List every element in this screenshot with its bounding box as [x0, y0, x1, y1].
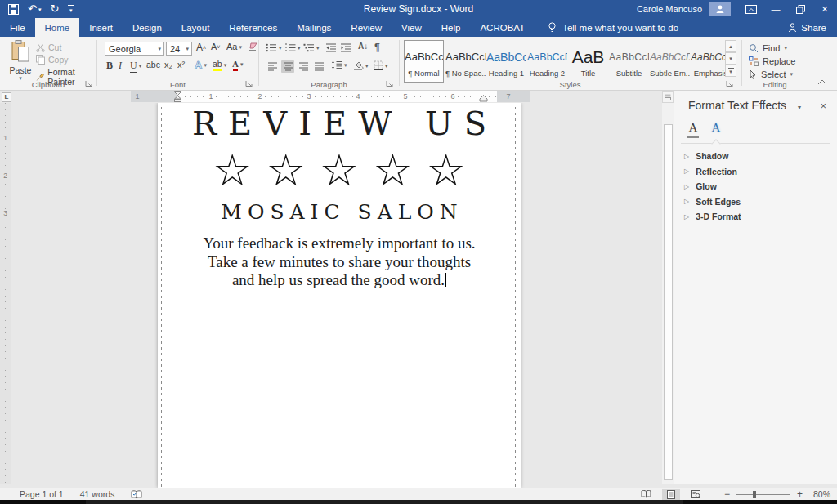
- tab-references[interactable]: References: [219, 18, 287, 37]
- underline-button[interactable]: U ▾: [130, 60, 141, 73]
- doc-paragraph[interactable]: Your feedback is extremely important to …: [158, 234, 521, 290]
- scrollbar-thumb[interactable]: [664, 124, 673, 480]
- shadow-section[interactable]: ▷ Shadow: [684, 151, 728, 161]
- text-fill-outline-tab[interactable]: A: [684, 120, 702, 138]
- align-right-button[interactable]: [297, 60, 310, 73]
- word-count[interactable]: 41 words: [80, 489, 115, 499]
- shading-button[interactable]: ▾: [353, 60, 369, 70]
- clipboard-dialog-launcher-icon[interactable]: [85, 80, 92, 87]
- increase-indent-button[interactable]: [340, 43, 351, 52]
- align-center-button[interactable]: [281, 60, 294, 73]
- zoom-percentage[interactable]: 80%: [809, 489, 830, 499]
- doc-star-rating[interactable]: ☆☆☆☆☆: [158, 147, 521, 194]
- superscript-button[interactable]: x²: [177, 60, 185, 69]
- doc-subheading[interactable]: MOSAIC SALON: [158, 200, 521, 225]
- document-canvas[interactable]: REVIEW US ☆☆☆☆☆ MOSAIC SALON Your feedba…: [11, 103, 662, 488]
- share-button[interactable]: Share: [788, 18, 826, 37]
- text-effects-button[interactable]: A ▾: [195, 59, 207, 71]
- shrink-font-button[interactable]: A˅: [211, 42, 220, 51]
- cut-button[interactable]: Cut: [36, 42, 61, 52]
- align-left-button[interactable]: [266, 60, 279, 73]
- user-avatar[interactable]: [709, 2, 731, 16]
- decrease-indent-button[interactable]: [325, 43, 337, 52]
- zoom-in-button[interactable]: +: [797, 488, 803, 500]
- tab-selector[interactable]: L: [2, 92, 11, 102]
- sort-button[interactable]: A↓: [358, 42, 368, 51]
- tab-mailings[interactable]: Mailings: [287, 18, 341, 37]
- text-effects-tab[interactable]: A: [707, 120, 725, 135]
- zoom-slider[interactable]: [736, 489, 790, 500]
- close-button[interactable]: ×: [812, 0, 837, 18]
- styles-more-button[interactable]: ▾: [725, 65, 736, 77]
- multilevel-list-button[interactable]: ▾: [303, 43, 320, 52]
- pane-close-icon[interactable]: ×: [820, 100, 826, 112]
- font-name-combobox[interactable]: Georgia ▾: [105, 42, 164, 56]
- ribbon-display-options-icon[interactable]: [739, 0, 763, 18]
- tab-insert[interactable]: Insert: [79, 18, 123, 37]
- style-title[interactable]: AaB Title: [568, 41, 608, 83]
- style-subtle-emphasis[interactable]: AaBbCcDc Subtle Em...: [650, 41, 690, 83]
- tab-home[interactable]: Home: [35, 18, 80, 37]
- find-button[interactable]: Find ▾: [749, 42, 787, 54]
- font-size-combobox[interactable]: 24 ▾: [166, 42, 192, 56]
- right-indent-marker[interactable]: [479, 95, 488, 102]
- horizontal-ruler[interactable]: 1 1 2 3 4 5 6 7: [131, 91, 530, 102]
- style-normal[interactable]: AaBbCcDc ¶ Normal: [404, 40, 444, 83]
- show-paragraph-marks-button[interactable]: ¶: [374, 41, 380, 53]
- left-indent-marker[interactable]: [173, 91, 182, 102]
- replace-button[interactable]: Replace: [749, 55, 795, 67]
- styles-row-up-button[interactable]: ▴: [725, 40, 736, 52]
- tab-review[interactable]: Review: [341, 18, 392, 37]
- styles-row-down-button[interactable]: ▾: [725, 52, 736, 65]
- reflection-section[interactable]: ▷ Reflection: [684, 167, 737, 176]
- tab-acrobat[interactable]: ACROBAT: [470, 18, 535, 37]
- tell-me-box[interactable]: Tell me what you want to do: [548, 18, 678, 37]
- collapse-ribbon-icon[interactable]: [817, 79, 827, 85]
- threed-format-section[interactable]: ▷ 3-D Format: [684, 212, 741, 221]
- page-indicator[interactable]: Page 1 of 1: [20, 489, 64, 499]
- account-user-name[interactable]: Carole Mancuso: [637, 4, 702, 14]
- paste-button[interactable]: Paste ▾: [7, 40, 34, 81]
- tab-design[interactable]: Design: [123, 18, 172, 37]
- italic-button[interactable]: I: [119, 60, 122, 72]
- vertical-ruler[interactable]: 1 2 3: [0, 103, 11, 484]
- scrollbar-top-button[interactable]: [662, 91, 674, 103]
- numbering-button[interactable]: ▾: [284, 43, 301, 52]
- select-button[interactable]: Select ▾: [749, 68, 793, 80]
- tab-view[interactable]: View: [392, 18, 432, 37]
- vertical-scrollbar[interactable]: [662, 103, 674, 484]
- text-highlight-button[interactable]: ab ▾: [213, 59, 226, 71]
- bullets-button[interactable]: ▾: [266, 43, 282, 52]
- glow-section[interactable]: ▷ Glow: [684, 181, 717, 191]
- styles-dialog-launcher-icon[interactable]: [726, 80, 733, 87]
- borders-button[interactable]: ▾: [374, 60, 388, 70]
- style-heading-1[interactable]: AaBbCc Heading 1: [486, 41, 526, 83]
- style-no-spacing[interactable]: AaBbCcDc ¶ No Spac...: [445, 41, 486, 83]
- change-case-button[interactable]: Aa ▾: [226, 42, 242, 51]
- minimize-button[interactable]: —: [763, 0, 788, 18]
- zoom-out-button[interactable]: −: [724, 488, 730, 500]
- pane-options-caret-icon[interactable]: ▾: [798, 104, 801, 111]
- paragraph-dialog-launcher-icon[interactable]: [386, 80, 393, 87]
- tab-file[interactable]: File: [0, 18, 35, 37]
- restore-button[interactable]: [788, 0, 812, 18]
- clear-formatting-button[interactable]: [248, 42, 257, 51]
- copy-button[interactable]: Copy: [36, 55, 69, 65]
- justify-button[interactable]: [312, 60, 325, 73]
- doc-heading[interactable]: REVIEW US: [158, 105, 521, 141]
- style-heading-2[interactable]: AaBbCcD Heading 2: [527, 41, 567, 83]
- font-color-button[interactable]: A ▾: [232, 59, 243, 71]
- font-dialog-launcher-icon[interactable]: [245, 80, 253, 87]
- line-spacing-button[interactable]: ▾: [331, 60, 347, 69]
- tab-help[interactable]: Help: [432, 18, 471, 37]
- grow-font-button[interactable]: A˄: [196, 42, 206, 53]
- subscript-button[interactable]: x₂: [164, 60, 172, 69]
- windows-taskbar[interactable]: [0, 500, 837, 504]
- strikethrough-button[interactable]: abc: [146, 60, 160, 69]
- zoom-slider-thumb[interactable]: [753, 491, 756, 498]
- tab-layout[interactable]: Layout: [172, 18, 220, 37]
- web-layout-button[interactable]: [687, 489, 705, 500]
- bold-button[interactable]: B: [106, 60, 113, 72]
- style-subtitle[interactable]: AaBbCcD Subtitle: [609, 41, 649, 83]
- print-layout-button[interactable]: [662, 489, 680, 500]
